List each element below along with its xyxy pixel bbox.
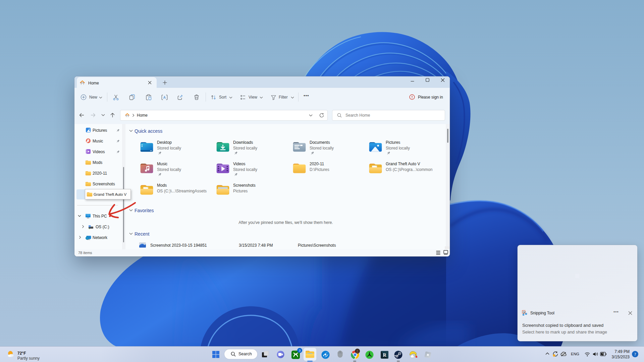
svg-text:3: 3 xyxy=(299,349,301,352)
svg-text:R: R xyxy=(383,353,386,358)
svg-text:7: 7 xyxy=(634,352,636,356)
